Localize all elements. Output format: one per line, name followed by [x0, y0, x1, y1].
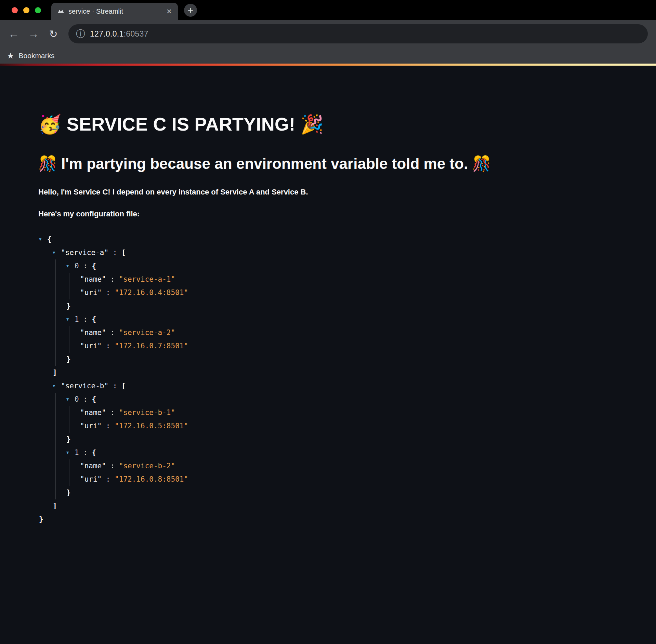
address-bar[interactable]: ⓘ 127.0.0.1:60537 [68, 24, 648, 43]
json-node: ▼0 : {"name" : "service-b-1""uri" : "172… [66, 393, 635, 446]
json-viewer: ▼{▼"service-a" : [▼0 : {"name" : "servic… [39, 233, 635, 526]
json-node: "name" : "service-b-2" [80, 459, 635, 473]
json-open-bracket: { [47, 235, 52, 243]
json-closer-line: } [39, 513, 635, 526]
streamlit-favicon-icon [57, 8, 64, 15]
json-leaf-line: "uri" : "172.16.0.8:8501" [80, 473, 635, 486]
json-leaf-line: "name" : "service-b-1" [80, 406, 635, 419]
json-string-value: "service-b-1" [119, 408, 175, 417]
json-open-bracket: { [92, 395, 96, 403]
json-close-bracket: } [66, 302, 71, 310]
json-colon: : [102, 289, 115, 297]
json-children: "name" : "service-a-2""uri" : "172.16.0.… [69, 326, 635, 353]
collapse-toggle-icon[interactable]: ▼ [66, 446, 75, 459]
collapse-toggle-icon[interactable]: ▼ [53, 379, 61, 393]
json-children: "name" : "service-b-1""uri" : "172.16.0.… [69, 406, 635, 433]
json-key: 1 [75, 448, 79, 457]
json-key: "name" [80, 328, 106, 337]
json-key: "uri" [80, 422, 102, 430]
json-open-bracket: [ [121, 249, 126, 257]
json-node: "name" : "service-a-2" [80, 326, 635, 339]
json-node: ▼0 : {"name" : "service-a-1""uri" : "172… [66, 259, 635, 313]
json-colon: : [108, 249, 121, 257]
window-controls [12, 7, 41, 13]
close-window-button[interactable] [12, 7, 18, 13]
json-node: "uri" : "172.16.0.8:8501" [80, 473, 635, 486]
json-children: "name" : "service-a-1""uri" : "172.16.0.… [69, 273, 635, 299]
json-close-bracket: } [66, 435, 71, 443]
forward-button[interactable]: → [25, 26, 42, 42]
tab-close-icon[interactable]: × [167, 7, 172, 16]
bookmarks-bar: ★ Bookmarks [0, 48, 656, 64]
json-closer-line: } [66, 299, 635, 313]
json-node: "name" : "service-b-1" [80, 406, 635, 419]
json-closer-line: } [66, 486, 635, 499]
json-children: ▼0 : {"name" : "service-b-1""uri" : "172… [55, 393, 635, 499]
json-closer-line: ] [53, 366, 635, 379]
collapse-toggle-icon[interactable]: ▼ [66, 259, 75, 273]
json-key: 0 [75, 262, 79, 270]
intro-text: Hello, I'm Service C! I depend on every … [38, 188, 635, 197]
json-opener-line: ▼0 : { [66, 393, 635, 406]
json-string-value: "172.16.0.5:8501" [115, 422, 188, 430]
json-string-value: "service-a-2" [119, 328, 175, 337]
json-node: ▼"service-b" : [▼0 : {"name" : "service-… [53, 379, 635, 513]
json-string-value: "172.16.0.8:8501" [115, 475, 188, 483]
json-node: "uri" : "172.16.0.5:8501" [80, 419, 635, 433]
back-button[interactable]: ← [5, 26, 22, 42]
browser-window: service · Streamlit × + ← → ↻ ⓘ 127.0.0.… [0, 0, 656, 526]
json-string-value: "service-a-1" [119, 275, 175, 283]
json-key: "name" [80, 462, 106, 470]
json-node: "uri" : "172.16.0.4:8501" [80, 286, 635, 299]
json-open-bracket: { [92, 315, 96, 323]
json-children: ▼"service-a" : [▼0 : {"name" : "service-… [42, 246, 635, 513]
json-key: "name" [80, 408, 106, 417]
collapse-toggle-icon[interactable]: ▼ [66, 313, 75, 326]
json-opener-line: ▼1 : { [66, 313, 635, 326]
json-colon: : [106, 462, 119, 470]
json-colon: : [106, 408, 119, 417]
json-node: ▼1 : {"name" : "service-b-2""uri" : "172… [66, 446, 635, 499]
collapse-toggle-icon[interactable]: ▼ [53, 246, 61, 259]
window-titlebar: service · Streamlit × + [0, 0, 656, 20]
json-close-bracket: } [39, 515, 43, 523]
json-opener-line: ▼"service-b" : [ [53, 379, 635, 393]
site-info-icon[interactable]: ⓘ [76, 29, 85, 39]
page-subtitle: 🎊 I'm partying because an environment va… [38, 155, 635, 173]
json-colon: : [106, 328, 119, 337]
browser-tab[interactable]: service · Streamlit × [51, 3, 178, 20]
minimize-window-button[interactable] [23, 7, 29, 13]
json-close-bracket: } [66, 355, 71, 363]
json-leaf-line: "uri" : "172.16.0.7:8501" [80, 339, 635, 353]
page-title: 🥳 SERVICE C IS PARTYING! 🎉 [38, 113, 635, 135]
streamlit-app: 🥳 SERVICE C IS PARTYING! 🎉 🎊 I'm partyin… [0, 66, 656, 526]
json-opener-line: ▼0 : { [66, 259, 635, 273]
json-closer-line: ] [53, 499, 635, 513]
reload-button[interactable]: ↻ [45, 26, 62, 42]
collapse-toggle-icon[interactable]: ▼ [66, 393, 75, 406]
url-host: 127.0.0.1 [90, 29, 124, 38]
collapse-toggle-icon[interactable]: ▼ [39, 233, 47, 246]
tab-title: service · Streamlit [68, 8, 162, 15]
json-leaf-line: "uri" : "172.16.0.5:8501" [80, 419, 635, 433]
json-string-value: "service-b-2" [119, 462, 175, 470]
json-colon: : [102, 475, 115, 483]
json-key: "uri" [80, 289, 102, 297]
json-colon: : [102, 422, 115, 430]
url-port: :60537 [124, 29, 148, 38]
json-string-value: "172.16.0.7:8501" [115, 342, 188, 350]
json-children: ▼0 : {"name" : "service-a-1""uri" : "172… [55, 259, 635, 366]
json-open-bracket: { [92, 262, 96, 270]
json-colon: : [108, 382, 121, 390]
bookmarks-folder[interactable]: Bookmarks [19, 52, 55, 60]
json-colon: : [102, 342, 115, 350]
json-key: "name" [80, 275, 106, 283]
json-node: ▼1 : {"name" : "service-a-2""uri" : "172… [66, 313, 635, 366]
json-opener-line: ▼{ [39, 233, 635, 246]
json-key: "service-a" [61, 249, 108, 257]
json-key: 1 [75, 315, 79, 323]
fullscreen-window-button[interactable] [35, 7, 41, 13]
json-colon: : [79, 315, 92, 323]
json-colon: : [79, 395, 92, 403]
new-tab-button[interactable]: + [184, 4, 197, 17]
